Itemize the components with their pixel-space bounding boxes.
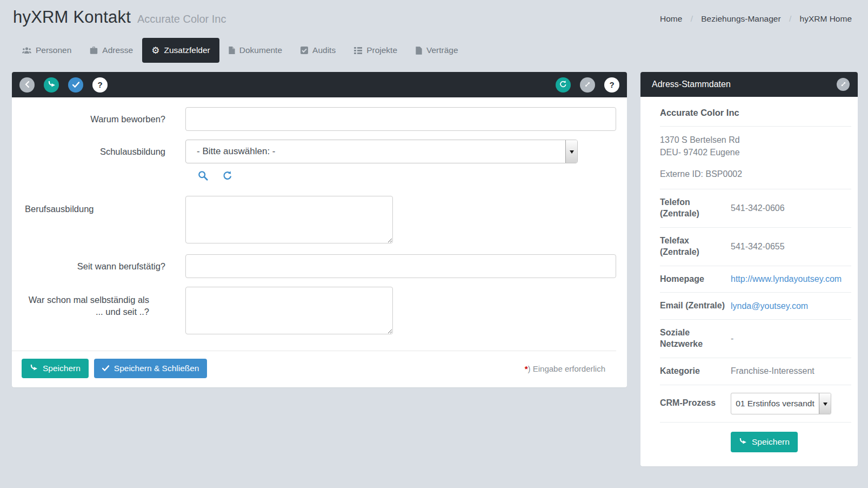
tab-dokumente[interactable]: Dokumente [219,38,291,63]
breadcrumb-hyxrm-home[interactable]: hyXRM Home [800,14,852,23]
caret-down-icon [570,150,574,156]
row-label: Telefon (Zentrale) [660,197,731,220]
berufsausbildung-textarea[interactable] [185,196,393,243]
table-row-kategorie: Kategorie Franchise-Interessent [660,358,851,385]
row-label: CRM-Prozess [660,398,731,409]
file-text-icon [416,47,422,55]
tab-projekte[interactable]: Projekte [345,38,406,63]
tab-bar: Personen Adresse ⚙ Zusatzfelder Dokument… [13,38,868,63]
sidebar-title: Adress-Stammdaten [652,80,837,89]
save-arrow-icon [30,364,38,373]
table-row-homepage: Homepage http://www.lyndayoutsey.com [660,266,851,293]
schulausbildung-select[interactable]: - Bitte auswählen: - [185,140,578,163]
select-value: - Bitte auswählen: - [186,140,565,163]
save-arrow-icon [48,80,56,90]
company-name: Accurate Color Inc [660,97,851,126]
users-icon [22,47,31,54]
save-close-button[interactable] [68,77,83,93]
tab-label: Zusatzfelder [164,45,210,55]
select-dropdown-button[interactable] [565,140,577,163]
search-icon [198,170,208,181]
selbstaendig-textarea[interactable] [185,287,393,334]
check-icon [72,80,79,90]
button-label: Speichern [43,364,81,373]
row-label: Email (Zentrale) [660,300,731,312]
required-note: *) Eingabe erforderlich [525,364,605,373]
row-label: Kategorie [660,366,731,377]
row-label: Homepage [660,274,731,285]
page-subtitle: Accurate Color Inc [137,13,226,25]
tab-label: Dokumente [239,45,282,55]
table-row-email: Email (Zentrale) lynda@youtsey.com [660,292,851,319]
tab-adresse[interactable]: Adresse [81,38,142,63]
help-button[interactable]: ? [604,77,619,93]
check-icon [102,364,109,373]
field-label: War schon mal selbständig als ... und se… [12,287,165,337]
sidebar-expand-button[interactable] [837,78,850,91]
breadcrumb-separator: / [691,14,693,23]
check-square-icon [301,47,308,54]
breadcrumb-beziehungs-manager[interactable]: Beziehungs-Manager [701,14,780,23]
back-button[interactable] [19,77,35,93]
briefcase-icon [90,47,98,54]
question-icon: ? [97,80,102,89]
form-row-berufsausbildung: Berufsausbildung [12,196,616,246]
seit-wann-berufstaetig-input[interactable] [185,254,616,278]
file-icon [229,47,235,54]
form-row-seit-wann-berufstaetig: Seit wann berufstätig? [12,254,616,278]
refresh-icon [559,80,567,90]
address-line-1: 1370 S Bertelsen Rd [660,134,851,147]
zusatzfelder-form: Warum beworben? Schulausbildung - Bitte … [12,97,627,387]
speichern-schliessen-button[interactable]: Speichern & Schließen [94,359,208,378]
breadcrumb: Home / Beziehungs-Manager / hyXRM Home [660,14,852,24]
tab-audits[interactable]: Audits [291,38,345,63]
homepage-link[interactable]: http://www.lyndayoutsey.com [731,274,842,283]
company-address: 1370 S Bertelsen Rd DEU- 97402 Eugene [660,127,851,159]
sidebar-speichern-button[interactable]: Speichern [731,432,798,452]
row-label: Soziale Netzwerke [660,327,731,350]
form-footer: Speichern Speichern & Schließen *) Einga… [12,351,616,387]
chevron-left-icon [25,80,29,90]
button-label: Speichern & Schließen [114,364,199,373]
page-title: hyXRM Kontakt [13,8,131,27]
expand-icon [584,80,591,90]
question-icon: ? [609,80,614,89]
field-label: Warum beworben? [12,107,165,131]
help-button[interactable]: ? [92,77,108,93]
refresh-icon [223,170,232,180]
breadcrumb-home[interactable]: Home [660,14,682,23]
row-value: 541-342-0655 [731,242,851,252]
reload-options-button[interactable] [223,170,232,180]
table-row-telefax: Telefax (Zentrale) 541-342-0655 [660,227,851,266]
tab-personen[interactable]: Personen [13,38,81,63]
field-label: Schulausbildung [12,140,165,187]
row-value: Franchise-Interessent [731,366,851,376]
warum-beworben-input[interactable] [185,107,616,131]
expand-button[interactable] [580,77,595,93]
select-dropdown-button[interactable] [819,393,831,414]
save-button[interactable] [44,77,59,93]
breadcrumb-separator: / [789,14,791,23]
tab-label: Adresse [102,45,133,55]
table-row-soziale-netzwerke: Soziale Netzwerke - [660,319,851,358]
table-row-crm-prozess: CRM-Prozess 01 Erstinfos versandt [660,385,851,422]
tab-label: Personen [36,45,71,55]
refresh-button[interactable] [556,77,571,93]
row-value: 541-342-0606 [731,203,851,213]
email-link[interactable]: lynda@youtsey.com [731,301,808,311]
sidebar-header: Adress-Stammdaten [640,72,858,97]
title-line: hyXRM Kontakt Accurate Color Inc [13,8,226,27]
row-value: - [731,334,851,344]
field-label: Berufsausbildung [12,196,165,246]
button-label: Speichern [752,437,790,447]
tab-zusatzfelder[interactable]: ⚙ Zusatzfelder [142,38,219,63]
search-button[interactable] [198,170,208,181]
field-label: Seit wann berufstätig? [12,254,165,278]
gear-icon: ⚙ [151,46,159,55]
save-arrow-icon [739,437,747,447]
speichern-button[interactable]: Speichern [22,359,89,378]
tab-vertraege[interactable]: Verträge [406,38,468,63]
table-row-telefon: Telefon (Zentrale) 541-342-0606 [660,189,851,227]
crm-prozess-select[interactable]: 01 Erstinfos versandt [731,393,831,414]
adress-stammdaten-panel: Adress-Stammdaten Accurate Color Inc 137… [640,72,858,466]
